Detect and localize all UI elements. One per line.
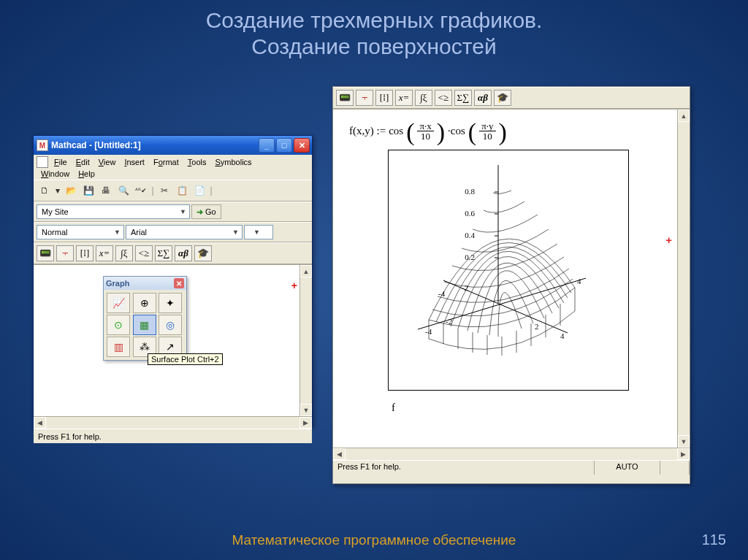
fraction-1: π·x 10 [417,121,433,141]
boolean-icon[interactable]: <≥ [435,90,452,106]
svg-text:2: 2 [535,322,539,331]
scroll-right-icon[interactable]: ▶ [677,448,690,460]
menu-view[interactable]: View [94,156,121,168]
font-dropdown[interactable]: Arial ▼ [126,225,243,239]
greek-icon[interactable]: αβ [474,90,492,106]
site-value: My Site [42,207,69,216]
plot-variable[interactable]: f [392,402,395,414]
save-button[interactable]: 💾 [80,183,96,199]
cut-button[interactable]: ✂ [156,183,172,199]
matrix-icon[interactable]: [⁞] [76,245,94,261]
formula[interactable]: f(x,y) := cos ( π·x 10 ) ·cos ( π·y 10 ) [333,110,690,145]
boolean-icon[interactable]: <≥ [135,245,153,261]
new-button[interactable]: 🗋 [37,183,53,199]
scroll-left-icon[interactable]: ◀ [333,448,346,460]
menu-insert[interactable]: Insert [120,156,149,168]
footer: Математическое программное обеспечение [0,532,748,548]
matrix-icon[interactable]: [⁞] [375,90,393,106]
menu-tools[interactable]: Tools [183,156,211,168]
standard-toolbar: 🗋 ▾ 📂 💾 🖶 🔍 ᴬᴮ✔ | ✂ 📋 📄 | [34,180,312,202]
menubar: File Edit View Insert Format Tools Symbo… [34,155,312,180]
separator: | [150,183,155,199]
calc-icon[interactable]: 📟 [37,245,54,261]
font-value: Arial [131,228,147,237]
minimize-button[interactable]: _ [259,138,275,153]
graph-icon[interactable]: ⫟ [56,245,74,261]
workspace[interactable]: + ▲ ▼ Graph ✕ 📈 ⊕ ✦ ⊙ ▦ ◎ ▥ ⁂ ↗ Surface … [34,264,312,416]
trace-icon[interactable]: ✦ [159,293,182,313]
page-number: 115 [702,532,726,548]
open-button[interactable]: 📂 [63,183,79,199]
title-line-2: Создание поверхностей [0,34,748,60]
status-text: Press F1 for help. [333,461,595,475]
print-button[interactable]: 🖶 [98,183,114,199]
calculus-icon[interactable]: ∫ξ [415,90,432,106]
paste-button[interactable]: 📄 [191,183,207,199]
preview-button[interactable]: 🔍 [115,183,131,199]
new-dropdown[interactable]: ▾ [54,183,61,199]
calculus-icon[interactable]: ∫ξ [115,245,133,261]
calc-icon[interactable]: 📟 [336,90,354,106]
app-icon: M [37,139,48,151]
copy-button[interactable]: 📋 [174,183,190,199]
scroll-up-icon[interactable]: ▲ [678,110,690,122]
scroll-right-icon[interactable]: ▶ [299,417,312,429]
menu-format[interactable]: Format [149,156,183,168]
symbolic-icon[interactable]: 🎓 [194,245,212,261]
style-dropdown[interactable]: Normal ▼ [37,225,124,239]
lparen-icon: ( [468,126,476,138]
svg-text:4: 4 [577,277,581,285]
frac-num: π·x [417,121,433,131]
svg-text:0.2: 0.2 [465,253,475,261]
palette-close-icon[interactable]: ✕ [174,278,184,288]
formula-cos1: cos [389,125,403,137]
close-button[interactable]: ✕ [294,138,310,153]
menu-file[interactable]: File [50,156,72,168]
zoom-icon[interactable]: ⊕ [133,293,156,313]
eval-icon[interactable]: x= [96,245,113,261]
symbolic-icon[interactable]: 🎓 [494,90,511,106]
format-toolbar: Normal ▼ Arial ▼ ▼ [34,222,312,242]
rparen-icon: ) [437,126,445,138]
graph-icon[interactable]: ⫟ [356,90,373,106]
contour-plot-icon[interactable]: ◎ [159,315,182,335]
svg-text:0.4: 0.4 [465,231,475,239]
programming-icon[interactable]: Σ∑ [454,90,472,106]
programming-icon[interactable]: Σ∑ [155,245,172,261]
horizontal-scrollbar[interactable]: ◀ ▶ [34,416,312,429]
greek-icon[interactable]: αβ [175,245,192,261]
workspace[interactable]: ▲ ▼ + f(x,y) := cos ( π·x 10 ) ·cos ( π·… [333,109,690,448]
spell-button[interactable]: ᴬᴮ✔ [133,183,149,199]
scroll-down-icon[interactable]: ▼ [678,435,690,448]
menu-window[interactable]: Window [37,168,74,180]
doc-icon [37,156,48,168]
menu-symbolics[interactable]: Symbolics [210,156,256,168]
scroll-left-icon[interactable]: ◀ [34,417,46,429]
polar-plot-icon[interactable]: ⊙ [107,315,130,335]
menu-help[interactable]: Help [74,168,99,180]
surface-plot[interactable]: 0.8 0.6 0.4 0.2 -4 -2 2 4 4 - [388,150,629,391]
menu-edit[interactable]: Edit [72,156,94,168]
horizontal-scrollbar[interactable]: ◀ ▶ [333,448,690,460]
vertical-scrollbar[interactable]: ▲ ▼ [299,265,312,416]
bar-plot-icon[interactable]: ▥ [107,337,130,357]
palette-titlebar[interactable]: Graph ✕ [104,277,186,290]
status-text: Press F1 for help. [38,432,102,441]
tooltip: Surface Plot Ctrl+2 [148,353,223,365]
size-dropdown[interactable]: ▼ [244,225,273,239]
scroll-up-icon[interactable]: ▲ [300,265,312,277]
chevron-down-icon: ▼ [232,229,239,236]
scroll-down-icon[interactable]: ▼ [300,404,312,416]
xy-plot-icon[interactable]: 📈 [107,293,130,313]
maximize-button[interactable]: □ [276,138,292,153]
svg-text:0.8: 0.8 [465,187,475,196]
site-dropdown[interactable]: My Site ▼ [37,204,190,219]
go-button[interactable]: ➜ Go [191,204,221,219]
graph-palette[interactable]: Graph ✕ 📈 ⊕ ✦ ⊙ ▦ ◎ ▥ ⁂ ↗ Surface Plot C… [103,276,187,361]
titlebar[interactable]: M Mathcad - [Untitled:1] _ □ ✕ [34,136,312,155]
vertical-scrollbar[interactable]: ▲ ▼ [677,110,690,448]
chevron-down-icon: ▼ [180,208,186,215]
eval-icon[interactable]: x= [395,90,413,106]
surface-plot-icon[interactable]: ▦ [133,315,156,335]
svg-text:0.6: 0.6 [465,209,475,218]
